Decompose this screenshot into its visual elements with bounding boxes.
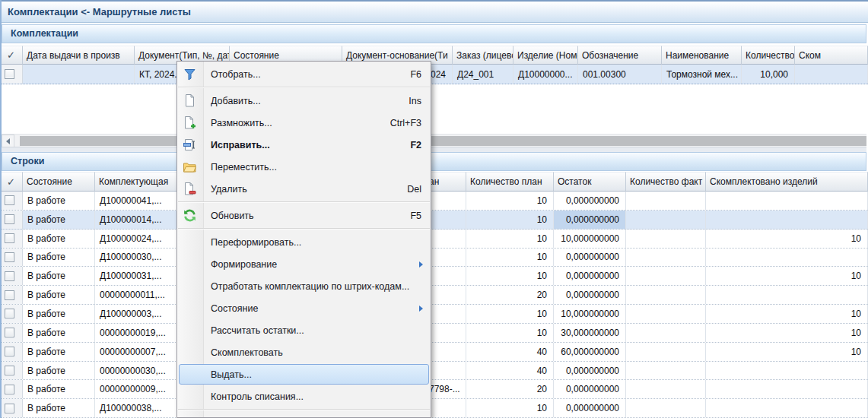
column-header[interactable]: Количество xyxy=(742,46,795,65)
context-menu-item[interactable]: Исправить...F2 xyxy=(177,134,431,156)
column-header[interactable]: Наименование xyxy=(662,46,742,65)
column-header[interactable]: Состояние xyxy=(23,172,95,192)
column-header[interactable]: Ском xyxy=(795,46,868,65)
context-menu-item[interactable]: Добавить...Ins xyxy=(177,90,431,112)
menu-separator[interactable] xyxy=(178,87,430,88)
menu-item-label[interactable]: Рассчитать остатки... xyxy=(211,325,421,336)
table-row[interactable]: В работеД100000038,...100,000000000 xyxy=(0,399,868,418)
row-checkbox-cell[interactable] xyxy=(0,230,23,248)
menu-item-label[interactable]: Отработать комплектацию по штрих-кодам..… xyxy=(211,281,421,292)
context-menu-item[interactable]: Переформировать... xyxy=(177,231,431,253)
context-menu-item[interactable]: Состояние xyxy=(177,297,431,319)
table-row[interactable]: В работеД100000024,...1010,00000000010 xyxy=(0,230,868,249)
table-row[interactable]: В работеД100000041,...100,000000000 xyxy=(0,192,868,211)
checkbox[interactable] xyxy=(5,347,14,356)
column-header[interactable]: ✓ xyxy=(0,46,23,65)
column-header[interactable]: Остаток xyxy=(554,172,626,192)
checkbox[interactable] xyxy=(5,214,14,224)
menu-item-label[interactable]: Контроль списания... xyxy=(211,391,421,402)
add-document-icon[interactable] xyxy=(183,93,197,108)
column-header[interactable]: Количество план xyxy=(466,172,554,192)
row-checkbox-cell[interactable] xyxy=(0,192,23,210)
menu-item-shortcut[interactable]: Del xyxy=(407,184,421,195)
context-menu-item[interactable]: Скомплектовать xyxy=(177,341,431,363)
checkbox[interactable] xyxy=(5,366,14,375)
scrollbar-thumb[interactable] xyxy=(20,136,866,146)
menu-item-label[interactable]: Выдать... xyxy=(211,369,421,380)
menu-item-label[interactable]: Добавить... xyxy=(211,96,396,106)
column-header[interactable]: Комплектующая xyxy=(95,172,183,192)
menu-item-label[interactable]: Размножить... xyxy=(211,118,378,128)
menu-separator[interactable] xyxy=(178,201,430,203)
table-row[interactable]: В работе00000000030,...400,000000000 xyxy=(0,362,868,381)
context-menu-item[interactable]: Отобрать...F6 xyxy=(177,63,431,85)
table-row[interactable]: В работеД100000014,...100,000000000 xyxy=(0,211,868,230)
column-header[interactable]: ✓ xyxy=(0,172,23,192)
row-checkbox-cell[interactable] xyxy=(0,399,23,417)
table-row[interactable]: В работе00000000011,...200,000000000 xyxy=(0,286,868,305)
row-checkbox-cell[interactable] xyxy=(0,65,23,84)
row-checkbox-cell[interactable] xyxy=(0,362,23,380)
row-checkbox-cell[interactable] xyxy=(0,324,23,342)
context-menu-item[interactable]: Выдать... xyxy=(179,364,429,385)
submenu-arrow-icon[interactable] xyxy=(419,306,423,312)
scroll-left-button[interactable] xyxy=(2,135,14,147)
menu-separator[interactable] xyxy=(178,409,430,410)
row-checkbox-cell[interactable] xyxy=(0,343,23,361)
row-checkbox-cell[interactable] xyxy=(0,286,23,304)
menu-item-label[interactable]: Переформировать... xyxy=(211,237,421,248)
menu-item-label[interactable]: Отобрать... xyxy=(211,69,398,80)
menu-item-label[interactable]: Удалить xyxy=(211,184,395,195)
menu-item-shortcut[interactable]: F2 xyxy=(410,140,421,150)
context-menu-item[interactable]: Рассчитать остатки... xyxy=(177,319,431,341)
checkbox[interactable] xyxy=(5,404,14,413)
table-row[interactable]: В работеД100000003,...1010,00000000010 xyxy=(0,305,868,324)
menu-item-label[interactable]: Формирование xyxy=(211,259,419,270)
column-header[interactable]: Скомплектовано изделий xyxy=(706,172,868,192)
checkbox[interactable] xyxy=(5,290,14,300)
column-header[interactable]: Дата выдачи в произв xyxy=(23,46,135,65)
context-menu-item[interactable]: Формирование xyxy=(177,253,431,275)
menu-item-label[interactable]: Переместить... xyxy=(211,162,421,173)
context-menu-item[interactable]: ОбновитьF5 xyxy=(177,204,431,226)
checkbox[interactable] xyxy=(5,252,14,262)
row-checkbox-cell[interactable] xyxy=(0,305,23,323)
column-header[interactable]: Количество факт xyxy=(626,172,706,192)
context-menu-item[interactable]: Размножить...Ctrl+F3 xyxy=(177,112,431,134)
menu-separator[interactable] xyxy=(178,228,430,230)
delete-document-icon[interactable] xyxy=(183,182,197,196)
checkbox[interactable] xyxy=(5,195,14,205)
edit-document-icon[interactable] xyxy=(183,138,197,152)
table-row[interactable]: В работеД100000030,...100,000000000 xyxy=(0,249,868,268)
column-header[interactable]: Заказ (лицево xyxy=(453,46,513,65)
menu-item-shortcut[interactable]: Ctrl+F3 xyxy=(390,118,421,128)
table-row[interactable]: В работеД100000031,...100,00000000010 xyxy=(0,267,868,286)
table-row[interactable]: В работе00000000009,...7798-...200,00000… xyxy=(0,380,868,399)
duplicate-document-icon[interactable] xyxy=(183,116,197,130)
move-folder-icon[interactable] xyxy=(183,160,197,174)
context-menu-item[interactable]: УдалитьDel xyxy=(177,178,431,200)
row-checkbox-cell[interactable] xyxy=(0,249,23,267)
context-menu-item[interactable]: Контроль списания... xyxy=(177,385,431,407)
row-checkbox-cell[interactable] xyxy=(0,267,23,285)
filter-icon[interactable] xyxy=(183,67,197,81)
menu-item-shortcut[interactable]: F6 xyxy=(410,69,421,80)
checkbox[interactable] xyxy=(5,309,14,318)
refresh-icon[interactable] xyxy=(183,208,197,223)
menu-item-label[interactable]: Состояние xyxy=(211,303,419,314)
menu-item-label[interactable]: Обновить xyxy=(211,211,398,221)
checkbox[interactable] xyxy=(5,328,14,337)
menu-item-shortcut[interactable]: F5 xyxy=(410,211,421,221)
submenu-arrow-icon[interactable] xyxy=(419,261,423,268)
menu-item-shortcut[interactable]: Ins xyxy=(409,96,421,106)
column-header[interactable]: Изделие (Номе xyxy=(513,46,578,65)
column-header[interactable]: Обозначение xyxy=(578,46,662,65)
menu-item-label[interactable]: Исправить... xyxy=(211,140,398,150)
context-menu-item[interactable]: Переместить... xyxy=(177,156,431,178)
table-row[interactable]: В работе00000000007,...4060,00000000010 xyxy=(0,343,868,362)
table-row[interactable]: В работе00000000019,...1030,00000000010 xyxy=(0,324,868,343)
komplektacii-selected-row[interactable]: КТ, 2024...024Д24_001Д10000000...001.003… xyxy=(0,65,868,84)
context-menu-item[interactable]: Отработать комплектацию по штрих-кодам..… xyxy=(177,275,431,297)
row-checkbox-cell[interactable] xyxy=(0,211,23,229)
row-checkbox-cell[interactable] xyxy=(0,380,23,398)
